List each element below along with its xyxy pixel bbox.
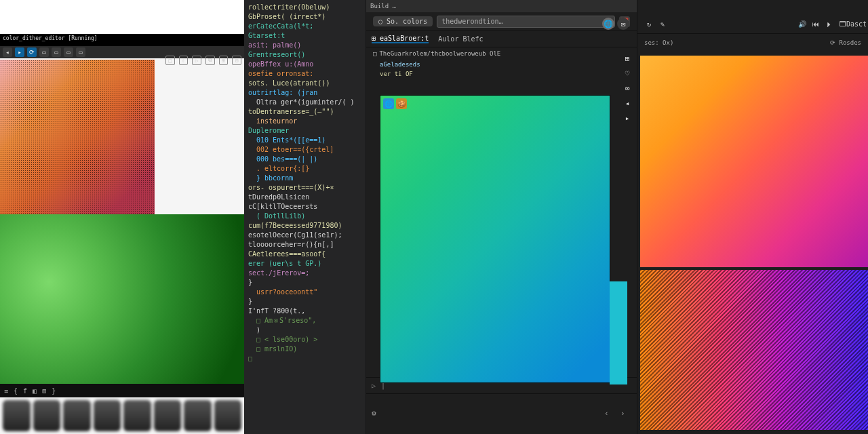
ide-footer: ⚙ ‹ › [366, 393, 637, 434]
tab-icon[interactable]: ▭ [64, 47, 73, 57]
right-label: Dasct [852, 19, 861, 28]
breadcrumb-text: TheGuarkrolem/thcboolweroweub OlE [379, 50, 500, 57]
os-dock [0, 397, 244, 434]
run-icon[interactable]: ▷ [192, 56, 201, 65]
dock-app[interactable] [3, 400, 31, 431]
task-item[interactable]: ≡ [4, 387, 8, 395]
breadcrumb-sub2: ver ti OF [366, 69, 637, 79]
notification-badges: 🌐 ✉ [602, 18, 629, 30]
tab-icon[interactable]: ▭ [39, 47, 49, 57]
dock-app[interactable] [184, 400, 212, 431]
preview-overflow [610, 281, 627, 384]
layout-icon[interactable]: □ [165, 56, 175, 65]
pane-action-row: □ ⇧ ▷ ⧉ ⊞ ⊡ [163, 56, 244, 68]
code-editor-pane[interactable]: rollectriter(Obeluw)GbProset( (irrect*)e… [244, 0, 366, 434]
dock-app[interactable] [154, 400, 182, 431]
task-item[interactable]: ◧ [33, 387, 37, 395]
chevron-right-icon[interactable]: › [620, 409, 631, 420]
prev-icon[interactable]: ⏮ [811, 19, 821, 28]
infinity-icon[interactable]: ∞ [622, 83, 633, 94]
like-icon[interactable]: ♡ [622, 68, 633, 79]
grid-icon[interactable]: ⊞ [219, 56, 229, 65]
task-item[interactable]: } [52, 387, 56, 395]
window-titlebar: color_dither_editor [Running] [0, 34, 244, 46]
grid-icon[interactable]: ⊞ [622, 53, 633, 64]
status-right[interactable]: ⟳ Rosdes [830, 39, 861, 46]
reload-icon[interactable]: ⟳ [27, 47, 37, 57]
sound-icon[interactable]: 🔊 [797, 19, 807, 28]
task-item[interactable]: ⊞ [42, 387, 46, 395]
nav-back-icon[interactable]: ◂ [3, 47, 12, 57]
tab-inactive[interactable]: Aulor Blefc [438, 35, 483, 43]
os-taskbar: ≡ { f ◧ ⊞ } [0, 384, 244, 397]
gear-icon[interactable]: ⚙ [372, 409, 382, 420]
tab-active[interactable]: ⊞ eaSlaBroer:t [372, 35, 429, 43]
prompt-marker-icon: ▷ [372, 382, 376, 389]
right-preview-window: ↻ ✎ 🔊 ⏮ ⏵ 🗖 Dasct ses: Ox) ⟳ Rosdes [637, 0, 868, 434]
menu-label[interactable]: Build … [370, 3, 396, 9]
tab-icon[interactable]: ▭ [52, 47, 61, 57]
upload-icon[interactable]: ⇧ [179, 56, 189, 65]
file-icon: □ [373, 50, 376, 57]
browser-chrome-top [0, 0, 244, 34]
nav-right-icon[interactable]: ▸ [622, 113, 633, 123]
ide-tool-rail: ⊞ ♡ ∞ ◂ ▸ [622, 53, 633, 123]
right-title-row: ↻ ✎ 🔊 ⏮ ⏵ 🗖 Dasct [637, 19, 868, 28]
dock-app[interactable] [94, 400, 121, 431]
dock-app[interactable] [33, 400, 61, 431]
ide-tab-bar: ⊞ eaSlaBroer:t Aulor Blefc [366, 31, 637, 47]
tab-icon[interactable]: ▭ [76, 47, 85, 57]
refresh-icon[interactable]: ↻ [644, 19, 654, 28]
dock-app[interactable] [214, 400, 242, 431]
window-icon[interactable]: ⊡ [232, 56, 241, 65]
nav-left-icon[interactable]: ◂ [622, 98, 633, 108]
gradient-preview-canvas: 🌐 🍪 [380, 95, 610, 383]
play-icon[interactable]: ⏵ [825, 19, 834, 28]
gradient-thumbnail-warm [640, 56, 868, 267]
dock-app[interactable] [63, 400, 91, 431]
search-scope-chip[interactable]: ○ So. colors [373, 16, 433, 26]
right-titlebar [637, 0, 868, 34]
cookie-icon[interactable]: 🍪 [396, 98, 407, 109]
left-editor-window: color_dither_editor [Running] ◂ ▸ ⟳ ▭ ▭ … [0, 0, 244, 434]
task-item[interactable]: f [23, 387, 27, 395]
right-sub-row: ses: Ox) ⟳ Rosdes [637, 39, 868, 46]
status-left: ses: Ox) [644, 39, 673, 46]
breadcrumb-sub: aGeladeseds [366, 60, 637, 69]
gradient-thumbnail-rainbow-hatched [640, 270, 868, 430]
dock-app[interactable] [123, 400, 151, 431]
edit-icon[interactable]: ✎ [658, 19, 667, 28]
ide-searchbar: ○ So. colors thedwerondtion… 📅 [366, 12, 637, 31]
globe-icon[interactable]: 🌐 [602, 18, 614, 30]
preview-overlay-toolbar: 🌐 🍪 [383, 98, 407, 109]
search-input[interactable]: thedwerondtion… [437, 16, 615, 28]
nav-fwd-icon[interactable]: ▸ [15, 47, 24, 57]
task-item[interactable]: { [14, 387, 18, 395]
copy-icon[interactable]: ⧉ [205, 56, 215, 65]
chevron-left-icon[interactable]: ‹ [604, 409, 615, 420]
globe-icon[interactable]: 🌐 [383, 98, 394, 109]
breadcrumb: □ TheGuarkrolem/thcboolweroweub OlE [366, 47, 637, 60]
desktop-wallpaper [0, 214, 244, 384]
gradient-dither-thumbnail [0, 60, 155, 214]
mail-icon[interactable]: ✉ [617, 18, 629, 30]
ide-menubar: Build … [366, 0, 637, 12]
